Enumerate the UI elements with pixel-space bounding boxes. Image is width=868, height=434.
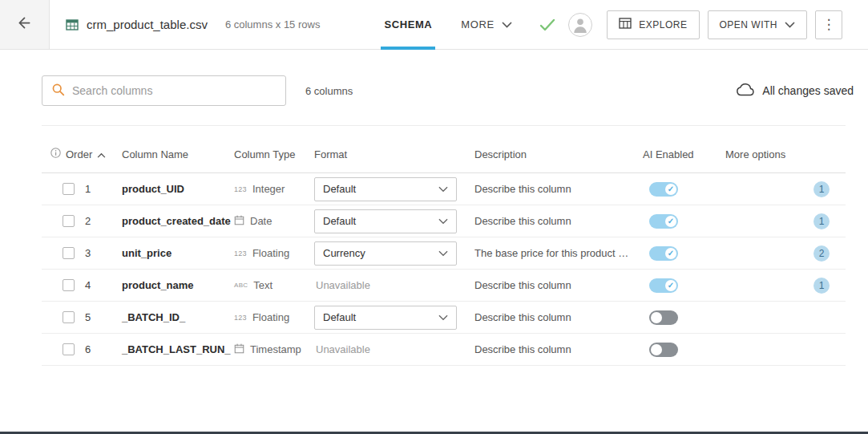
description-field[interactable]: Describe this column <box>474 183 571 195</box>
sort-ascending-icon <box>97 148 106 160</box>
more-actions-menu-button[interactable]: ⋮ <box>815 10 842 39</box>
table-row: 4 product_name ABC Text Unavailable Desc… <box>42 270 846 302</box>
check-icon <box>539 18 555 31</box>
kebab-menu-icon: ⋮ <box>822 18 836 31</box>
arrow-left-icon <box>16 14 33 34</box>
toggle-knob <box>665 280 676 291</box>
search-columns-input[interactable] <box>72 84 277 97</box>
column-type-label: Date <box>250 215 272 227</box>
format-select[interactable]: Default <box>314 306 457 330</box>
order-number: 6 <box>85 343 91 355</box>
text-type-icon: ABC <box>234 282 248 289</box>
ai-enabled-toggle[interactable] <box>649 310 678 325</box>
format-unavailable: Unavailable <box>314 279 370 291</box>
tab-more[interactable]: MORE <box>461 0 511 50</box>
schema-page: crm_product_table.csv 6 columns x 15 row… <box>0 0 868 434</box>
row-checkbox[interactable] <box>63 311 75 323</box>
format-select-value: Default <box>323 183 356 195</box>
description-field[interactable]: Describe this column <box>474 311 571 323</box>
format-select[interactable]: Default <box>314 177 457 201</box>
search-icon <box>51 83 65 99</box>
open-with-button-label: OPEN WITH <box>720 19 778 30</box>
column-type-label: Text <box>253 279 273 291</box>
columns-toolbar: 6 columns All changes saved <box>42 75 854 106</box>
description-field[interactable]: Describe this column <box>474 279 571 291</box>
tab-more-label: MORE <box>461 18 494 30</box>
ai-enabled-toggle[interactable] <box>649 182 678 197</box>
description-field[interactable]: The base price for this product whe… <box>474 247 633 259</box>
search-box[interactable] <box>42 75 286 106</box>
calendar-icon <box>234 343 244 356</box>
header-column-type: Column Type <box>234 148 295 160</box>
row-checkbox[interactable] <box>63 247 75 259</box>
row-checkbox[interactable] <box>63 279 75 291</box>
chevron-down-icon <box>438 247 448 259</box>
columns-count: 6 columns <box>305 85 353 97</box>
header-column-name: Column Name <box>122 148 188 160</box>
header-order[interactable]: Order <box>66 148 92 160</box>
header-ai-enabled: AI Enabled <box>643 148 694 160</box>
save-status: All changes saved <box>736 83 854 99</box>
toggle-knob <box>651 344 662 355</box>
calendar-icon <box>234 215 244 228</box>
ai-enabled-toggle[interactable] <box>649 343 678 357</box>
column-name: product_created_date <box>122 215 231 227</box>
format-select-value: Currency <box>323 247 365 259</box>
format-select[interactable]: Currency <box>314 241 457 266</box>
row-checkbox[interactable] <box>63 183 75 195</box>
app-header: crm_product_table.csv 6 columns x 15 row… <box>0 0 868 50</box>
chevron-down-icon <box>438 183 448 195</box>
save-status-label: All changes saved <box>762 84 854 97</box>
row-checkbox[interactable] <box>63 215 75 227</box>
tab-schema-label: SCHEMA <box>384 18 432 30</box>
column-type-label: Floating <box>252 311 289 323</box>
table-row: 3 unit_price 123 Floating Currency The b… <box>42 237 846 270</box>
header-actions: EXPLORE OPEN WITH ⋮ <box>539 10 842 39</box>
toggle-knob <box>665 248 676 259</box>
info-icon <box>50 148 61 160</box>
schema-table: Order Column Name Column Type Format Des… <box>42 125 846 366</box>
format-select-value: Default <box>323 215 356 227</box>
dataset-title-group: crm_product_table.csv 6 columns x 15 row… <box>66 18 320 31</box>
back-button[interactable] <box>0 0 50 49</box>
description-field[interactable]: Describe this column <box>474 343 571 355</box>
column-name: product_name <box>122 279 194 291</box>
toggle-knob <box>665 184 676 195</box>
chevron-down-icon <box>438 215 448 227</box>
toggle-knob <box>665 216 676 227</box>
header-format: Format <box>314 148 347 160</box>
more-options-badge[interactable]: 1 <box>813 181 830 197</box>
table-row: 1 product_UID 123 Integer Default Descri… <box>42 173 846 205</box>
description-field[interactable]: Describe this column <box>474 215 571 227</box>
explore-button[interactable]: EXPLORE <box>607 10 699 39</box>
header-tabs: SCHEMA MORE <box>382 0 511 50</box>
dataset-dimensions: 6 columns x 15 rows <box>225 18 321 30</box>
more-options-badge[interactable]: 2 <box>813 245 830 262</box>
ai-enabled-toggle[interactable] <box>649 246 678 261</box>
column-type-label: Integer <box>252 183 285 195</box>
row-checkbox[interactable] <box>63 343 75 355</box>
table-header-row: Order Column Name Column Type Format Des… <box>42 125 846 173</box>
toggle-knob <box>651 312 662 323</box>
ai-enabled-toggle[interactable] <box>649 214 678 229</box>
table-row: 6 _BATCH_LAST_RUN_ Timestamp Unavailable… <box>42 334 846 366</box>
order-number: 1 <box>85 183 91 195</box>
header-more-options: More options <box>725 148 785 160</box>
order-number: 3 <box>85 247 91 259</box>
user-avatar[interactable] <box>568 13 592 37</box>
numeric-type-icon: 123 <box>234 249 247 258</box>
table-row: 2 product_created_date Date Default <box>42 205 846 237</box>
tab-schema[interactable]: SCHEMA <box>382 0 434 50</box>
column-type-label: Floating <box>252 247 289 259</box>
numeric-type-icon: 123 <box>234 314 247 322</box>
column-name: unit_price <box>122 247 172 259</box>
format-select[interactable]: Default <box>314 209 457 233</box>
column-name: _BATCH_ID_ <box>122 311 185 323</box>
open-with-button[interactable]: OPEN WITH <box>708 10 808 39</box>
more-options-badge[interactable]: 1 <box>813 278 830 294</box>
more-options-badge[interactable]: 1 <box>813 213 830 229</box>
format-unavailable: Unavailable <box>314 343 370 355</box>
ai-enabled-toggle[interactable] <box>649 278 678 293</box>
order-number: 4 <box>85 279 91 291</box>
chevron-down-icon <box>502 18 512 30</box>
